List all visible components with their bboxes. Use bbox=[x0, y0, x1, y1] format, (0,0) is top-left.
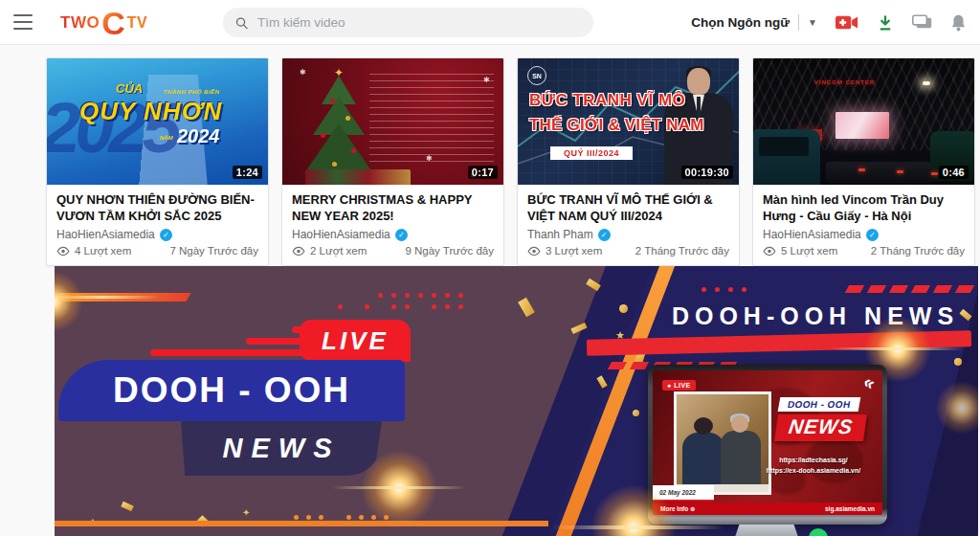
video-title[interactable]: MERRY CHRISTMAS & HAPPY NEW YEAR 2025! bbox=[292, 191, 494, 225]
video-thumbnail[interactable]: SN BỨC TRANH VĨ MÔ THẾ GIỚI & VIỆT NAM Q… bbox=[518, 58, 739, 185]
monitor-stand bbox=[734, 525, 799, 536]
logo-text-tv: TV bbox=[127, 14, 147, 32]
channel-name[interactable]: HaoHienAsiamedia bbox=[56, 228, 155, 241]
video-grid: 2025 CỦA THÀNH PHỐ BIỂN QUY NHƠN NĂM 202… bbox=[46, 57, 975, 266]
video-upload-icon[interactable] bbox=[835, 14, 858, 31]
video-thumbnail[interactable]: 2025 CỦA THÀNH PHỐ BIỂN QUY NHƠN NĂM 202… bbox=[47, 58, 268, 185]
bus-graphic bbox=[753, 129, 820, 185]
search-input[interactable] bbox=[257, 15, 582, 30]
caret-down-icon: ▼ bbox=[808, 17, 817, 28]
video-age: 2 Tháng Trước đây bbox=[871, 245, 965, 257]
view-count: 2 Lượt xem bbox=[310, 245, 367, 257]
red-dots-pattern bbox=[338, 293, 463, 309]
thumbnail-text: NĂM bbox=[160, 135, 173, 141]
thumbnail-text: 2024 bbox=[177, 125, 220, 147]
site-logo[interactable]: TWO C TV bbox=[60, 6, 147, 40]
search-icon bbox=[234, 15, 249, 31]
thumbnail-title-text: BỨC TRANH VĨ MÔ bbox=[529, 91, 685, 110]
duration-badge: 00:19:30 bbox=[681, 166, 733, 179]
verified-badge-icon: ✓ bbox=[160, 229, 172, 241]
menu-icon[interactable] bbox=[13, 14, 33, 30]
video-card[interactable]: 2025 CỦA THÀNH PHỐ BIỂN QUY NHƠN NĂM 202… bbox=[46, 57, 269, 266]
download-icon[interactable] bbox=[877, 14, 894, 32]
star-icon: ✦ bbox=[242, 507, 250, 518]
channel-name[interactable]: HaoHienAsiamedia bbox=[292, 228, 390, 241]
chevrons-icon: « bbox=[860, 371, 880, 394]
eye-icon bbox=[763, 246, 776, 257]
monitor-mockup: « ● LIVE DOOH - OOH NEWS https://adtecha… bbox=[648, 365, 887, 525]
lens-flare bbox=[55, 296, 160, 299]
divider bbox=[798, 14, 799, 31]
language-selector[interactable]: Chọn Ngôn ngữ ▼ bbox=[691, 14, 817, 31]
thumbnail-text: CỦA bbox=[116, 81, 143, 96]
duration-badge: 1:24 bbox=[233, 166, 262, 179]
banner-title-box: DOOH - OOH bbox=[58, 360, 405, 421]
bottom-orange-line bbox=[55, 521, 548, 526]
eye-icon bbox=[527, 246, 541, 257]
view-count: 3 Lượt xem bbox=[546, 245, 602, 257]
channel-logo: SN bbox=[527, 66, 546, 85]
lens-flare bbox=[830, 347, 964, 350]
banner-right-title: DOOH-OOH NEWS bbox=[653, 302, 978, 330]
confetti bbox=[954, 358, 962, 366]
eye-icon bbox=[292, 246, 305, 257]
thumbnail-title-text: QUY NHƠN bbox=[79, 97, 222, 126]
cars-graphic bbox=[826, 162, 931, 183]
screen-brand-label: DOOH - OOH bbox=[778, 397, 860, 412]
screen-url: https://ex-dooh.asiamedia.vn/ bbox=[752, 465, 875, 476]
thumbnail-text: THÀNH PHỐ BIỂN bbox=[164, 89, 220, 95]
lens-flare bbox=[332, 486, 466, 489]
street-lamp-graphic bbox=[923, 81, 930, 85]
channel-name[interactable]: HaoHienAsiamedia bbox=[763, 228, 861, 241]
eye-icon bbox=[56, 246, 70, 257]
thumbnail-quarter-badge: QUÝ III/2024 bbox=[550, 146, 633, 160]
speed-line bbox=[150, 349, 317, 356]
video-thumbnail[interactable]: VINCOM CENTER 0:46 bbox=[753, 58, 974, 185]
video-title[interactable]: QUY NHƠN THIÊN ĐƯỜNG BIỂN- VƯƠN TẦM KHỞI… bbox=[56, 191, 258, 225]
view-count: 4 Lượt xem bbox=[75, 245, 131, 257]
thumbnail-title-text: THẾ GIỚI & VIỆT NAM bbox=[529, 116, 704, 135]
view-count: 5 Lượt xem bbox=[781, 245, 837, 257]
video-card[interactable]: VINCOM CENTER 0:46 Màn hình led Vincom T… bbox=[752, 57, 975, 266]
orange-dots-pattern bbox=[294, 515, 323, 520]
news-screen: « ● LIVE DOOH - OOH NEWS https://adtecha… bbox=[653, 370, 882, 515]
language-label: Chọn Ngôn ngữ bbox=[691, 15, 790, 30]
red-dash-pattern bbox=[847, 285, 972, 293]
dooh-ooh-news-banner[interactable]: LIVE DOOH - OOH NEWS ★ ★ ✦ ✦ DOOH-OOH NE… bbox=[55, 266, 978, 536]
verified-badge-icon: ✓ bbox=[395, 229, 408, 241]
banner-title: DOOH - OOH bbox=[113, 370, 350, 411]
building-sign-text: VINCOM CENTER bbox=[814, 79, 875, 85]
bell-icon[interactable] bbox=[950, 13, 967, 32]
screen-website: sig.asiamedia.vn bbox=[825, 505, 875, 512]
channel-name[interactable]: Thanh Pham bbox=[527, 228, 593, 241]
news-photo bbox=[674, 391, 771, 495]
video-title[interactable]: Màn hình led Vincom Trần Duy Hưng - Cầu … bbox=[763, 191, 965, 225]
banner-subtitle-box: NEWS bbox=[181, 421, 382, 476]
duration-badge: 0:17 bbox=[468, 166, 498, 179]
screen-bottom-bar: More Info ⊕ sig.asiamedia.vn bbox=[653, 502, 882, 515]
banner-subtitle: NEWS bbox=[223, 433, 341, 464]
screen-news-label: NEWS bbox=[774, 414, 867, 441]
screen-url: https://adtechasia.sg/ bbox=[752, 455, 875, 465]
greeting-text-block bbox=[369, 74, 494, 166]
lens-flare bbox=[552, 525, 724, 529]
video-age: 2 Tháng Trước đây bbox=[635, 245, 729, 257]
chat-icon[interactable] bbox=[912, 14, 932, 31]
red-dots-pattern bbox=[702, 287, 746, 292]
screen-urls: https://adtechasia.sg/ https://ex-dooh.a… bbox=[752, 455, 875, 476]
video-card[interactable]: ✦ ✱ ✱ ✱ ✱ 0:17 MERRY CHRISTMAS & HAPPY N… bbox=[281, 57, 504, 266]
video-title[interactable]: BỨC TRANH VĨ MÔ THẾ GIỚI & VIỆT NAM QUÝ … bbox=[527, 191, 729, 225]
video-age: 9 Ngày Trước đây bbox=[405, 245, 494, 257]
top-navigation-bar: TWO C TV Chọn Ngôn ngữ ▼ bbox=[0, 0, 980, 45]
live-badge: LIVE bbox=[300, 320, 411, 362]
search-bar[interactable] bbox=[223, 8, 593, 37]
verified-badge-icon: ✓ bbox=[598, 229, 611, 241]
lens-flare bbox=[935, 381, 978, 435]
confetti bbox=[619, 304, 628, 313]
live-badge: ● LIVE bbox=[662, 380, 696, 391]
whatsapp-button[interactable] bbox=[809, 528, 828, 536]
video-card[interactable]: SN BỨC TRANH VĨ MÔ THẾ GIỚI & VIỆT NAM Q… bbox=[517, 57, 740, 266]
video-thumbnail[interactable]: ✦ ✱ ✱ ✱ ✱ 0:17 bbox=[282, 58, 503, 185]
led-screen-graphic bbox=[835, 112, 889, 139]
logo-text-two: TWO bbox=[60, 13, 100, 33]
